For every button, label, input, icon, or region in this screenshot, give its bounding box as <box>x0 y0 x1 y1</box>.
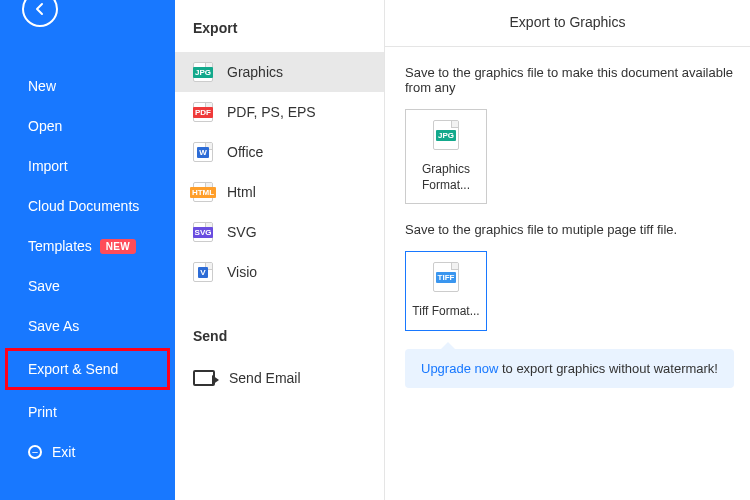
sidebar-item-label: Save <box>28 278 60 294</box>
sidebar-item-label: Open <box>28 118 62 134</box>
icon-tag: JPG <box>193 67 213 78</box>
export-item-label: SVG <box>227 224 257 240</box>
tiff-description: Save to the graphics file to mutiple pag… <box>405 204 750 251</box>
icon-tag: V <box>198 267 207 278</box>
exit-icon: − <box>28 445 42 459</box>
graphics-description: Save to the graphics file to make this d… <box>405 47 750 109</box>
sidebar-item-cloud-documents[interactable]: Cloud Documents <box>0 188 175 224</box>
icon-tag: W <box>197 147 209 158</box>
tile-label: Tiff Format... <box>410 304 482 320</box>
sidebar-item-label: Exit <box>52 444 75 460</box>
sidebar-item-label: Import <box>28 158 68 174</box>
export-header: Export <box>175 14 384 52</box>
upgrade-link[interactable]: Upgrade now <box>421 361 498 376</box>
send-header: Send <box>175 322 384 360</box>
sidebar-item-export-send[interactable]: Export & Send <box>5 348 170 390</box>
sidebar-item-label: New <box>28 78 56 94</box>
export-item-svg[interactable]: SVG SVG <box>175 212 384 252</box>
sidebar-item-exit[interactable]: −Exit <box>0 434 175 470</box>
icon-tag: TIFF <box>436 272 457 283</box>
sidebar-item-open[interactable]: Open <box>0 108 175 144</box>
upgrade-text: to export graphics without watermark! <box>498 361 718 376</box>
icon-tag: SVG <box>193 227 214 238</box>
export-item-html[interactable]: HTML Html <box>175 172 384 212</box>
sidebar-item-label: Print <box>28 404 57 420</box>
export-item-graphics[interactable]: JPG Graphics <box>175 52 384 92</box>
html-icon: HTML <box>193 182 213 202</box>
sidebar-item-print[interactable]: Print <box>0 394 175 430</box>
sidebar-item-label: Save As <box>28 318 79 334</box>
export-item-pdf[interactable]: PDF PDF, PS, EPS <box>175 92 384 132</box>
visio-icon: V <box>193 262 213 282</box>
export-item-label: Graphics <box>227 64 283 80</box>
export-item-visio[interactable]: V Visio <box>175 252 384 292</box>
export-item-label: Html <box>227 184 256 200</box>
export-item-label: PDF, PS, EPS <box>227 104 316 120</box>
icon-tag: JPG <box>436 130 456 141</box>
sidebar: New Open Import Cloud Documents Template… <box>0 0 175 500</box>
new-badge: NEW <box>100 239 136 254</box>
main-panel: Export to Graphics Save to the graphics … <box>385 0 750 500</box>
icon-tag: HTML <box>190 187 216 198</box>
sidebar-item-label: Cloud Documents <box>28 198 139 214</box>
sidebar-item-label: Templates <box>28 238 92 254</box>
word-icon: W <box>193 142 213 162</box>
graphics-format-tile[interactable]: JPG Graphics Format... <box>405 109 487 204</box>
send-item-label: Send Email <box>229 370 301 386</box>
sidebar-item-templates[interactable]: TemplatesNEW <box>0 228 175 264</box>
export-item-office[interactable]: W Office <box>175 132 384 172</box>
sidebar-item-import[interactable]: Import <box>0 148 175 184</box>
export-item-label: Office <box>227 144 263 160</box>
middle-panel: Export JPG Graphics PDF PDF, PS, EPS W O… <box>175 0 385 500</box>
main-title: Export to Graphics <box>385 14 750 46</box>
jpg-icon: JPG <box>193 62 213 82</box>
jpg-icon: JPG <box>433 120 459 150</box>
sidebar-item-save-as[interactable]: Save As <box>0 308 175 344</box>
sidebar-item-new[interactable]: New <box>0 68 175 104</box>
send-email-icon <box>193 370 215 386</box>
tiff-icon: TIFF <box>433 262 459 292</box>
sidebar-item-save[interactable]: Save <box>0 268 175 304</box>
upgrade-banner: Upgrade now to export graphics without w… <box>405 349 734 388</box>
svg-icon: SVG <box>193 222 213 242</box>
export-item-label: Visio <box>227 264 257 280</box>
sidebar-list: New Open Import Cloud Documents Template… <box>0 68 175 470</box>
send-item-email[interactable]: Send Email <box>175 360 384 396</box>
pdf-icon: PDF <box>193 102 213 122</box>
tiff-format-tile[interactable]: TIFF Tiff Format... <box>405 251 487 331</box>
sidebar-item-label: Export & Send <box>28 361 118 377</box>
back-arrow-icon <box>31 0 49 18</box>
tile-label: Graphics Format... <box>410 162 482 193</box>
back-button[interactable] <box>22 0 58 27</box>
icon-tag: PDF <box>193 107 213 118</box>
